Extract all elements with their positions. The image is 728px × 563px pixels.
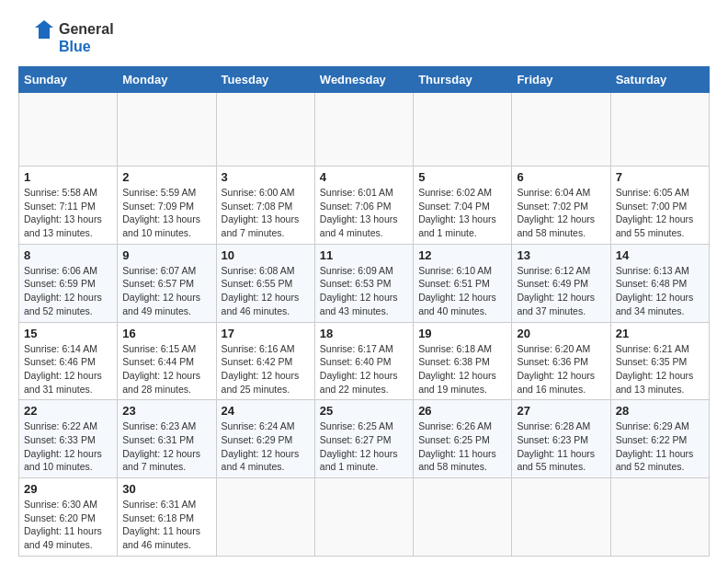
day-number: 25 bbox=[320, 404, 408, 418]
day-info: Sunrise: 6:23 AM Sunset: 6:31 PM Dayligh… bbox=[122, 419, 210, 474]
day-number: 18 bbox=[320, 327, 408, 340]
day-number: 10 bbox=[222, 248, 310, 262]
day-info: Sunrise: 6:00 AM Sunset: 7:08 PM Dayligh… bbox=[222, 186, 310, 240]
day-info: Sunrise: 6:01 AM Sunset: 7:06 PM Dayligh… bbox=[320, 186, 408, 240]
col-header-sunday: Sunday bbox=[19, 67, 118, 93]
calendar-week-0 bbox=[19, 93, 710, 167]
day-number: 15 bbox=[24, 327, 112, 340]
calendar-week-5: 29Sunrise: 6:30 AM Sunset: 6:20 PM Dayli… bbox=[19, 478, 710, 557]
calendar-cell: 24Sunrise: 6:24 AM Sunset: 6:29 PM Dayli… bbox=[216, 400, 314, 478]
calendar-cell: 10Sunrise: 6:08 AM Sunset: 6:55 PM Dayli… bbox=[216, 244, 314, 322]
calendar-cell: 15Sunrise: 6:14 AM Sunset: 6:46 PM Dayli… bbox=[19, 322, 118, 400]
day-number: 14 bbox=[616, 248, 704, 262]
calendar-cell bbox=[19, 93, 118, 167]
day-info: Sunrise: 6:25 AM Sunset: 6:27 PM Dayligh… bbox=[320, 419, 408, 474]
day-number: 12 bbox=[418, 248, 506, 262]
calendar-cell: 6Sunrise: 6:04 AM Sunset: 7:02 PM Daylig… bbox=[512, 167, 610, 245]
day-number: 8 bbox=[24, 248, 112, 262]
day-number: 9 bbox=[122, 248, 210, 262]
calendar-cell: 18Sunrise: 6:17 AM Sunset: 6:40 PM Dayli… bbox=[314, 322, 413, 400]
calendar-cell: 22Sunrise: 6:22 AM Sunset: 6:33 PM Dayli… bbox=[19, 400, 118, 478]
calendar-cell: 23Sunrise: 6:23 AM Sunset: 6:31 PM Dayli… bbox=[118, 400, 216, 478]
col-header-friday: Friday bbox=[512, 67, 610, 93]
calendar-cell: 29Sunrise: 6:30 AM Sunset: 6:20 PM Dayli… bbox=[19, 478, 118, 557]
calendar-cell bbox=[414, 93, 512, 167]
day-number: 5 bbox=[418, 170, 506, 184]
calendar-cell: 12Sunrise: 6:10 AM Sunset: 6:51 PM Dayli… bbox=[414, 244, 512, 322]
day-info: Sunrise: 6:24 AM Sunset: 6:29 PM Dayligh… bbox=[222, 419, 310, 474]
day-info: Sunrise: 6:28 AM Sunset: 6:23 PM Dayligh… bbox=[517, 419, 605, 474]
day-info: Sunrise: 6:14 AM Sunset: 6:46 PM Dayligh… bbox=[24, 342, 112, 396]
calendar-cell: 4Sunrise: 6:01 AM Sunset: 7:06 PM Daylig… bbox=[314, 167, 413, 245]
day-info: Sunrise: 6:18 AM Sunset: 6:38 PM Dayligh… bbox=[418, 342, 506, 396]
calendar-cell bbox=[314, 478, 413, 557]
calendar-cell: 26Sunrise: 6:26 AM Sunset: 6:25 PM Dayli… bbox=[414, 400, 512, 478]
calendar-cell: 28Sunrise: 6:29 AM Sunset: 6:22 PM Dayli… bbox=[610, 400, 709, 478]
day-number: 30 bbox=[122, 482, 210, 496]
calendar-cell: 17Sunrise: 6:16 AM Sunset: 6:42 PM Dayli… bbox=[216, 322, 314, 400]
day-info: Sunrise: 6:12 AM Sunset: 6:49 PM Dayligh… bbox=[517, 264, 605, 318]
day-number: 2 bbox=[122, 170, 210, 184]
calendar-cell: 13Sunrise: 6:12 AM Sunset: 6:49 PM Dayli… bbox=[512, 244, 610, 322]
calendar-cell: 7Sunrise: 6:05 AM Sunset: 7:00 PM Daylig… bbox=[610, 167, 709, 245]
calendar-cell: 27Sunrise: 6:28 AM Sunset: 6:23 PM Dayli… bbox=[512, 400, 610, 478]
day-info: Sunrise: 6:21 AM Sunset: 6:35 PM Dayligh… bbox=[616, 342, 704, 396]
page-header: General Blue bbox=[18, 18, 710, 57]
day-number: 1 bbox=[24, 170, 112, 184]
calendar-cell: 30Sunrise: 6:31 AM Sunset: 6:18 PM Dayli… bbox=[118, 478, 216, 557]
col-header-wednesday: Wednesday bbox=[314, 67, 413, 93]
calendar-cell bbox=[216, 478, 314, 557]
day-number: 28 bbox=[616, 404, 704, 418]
day-number: 11 bbox=[320, 248, 408, 262]
day-info: Sunrise: 6:09 AM Sunset: 6:53 PM Dayligh… bbox=[320, 264, 408, 318]
day-number: 7 bbox=[616, 170, 704, 184]
day-number: 26 bbox=[418, 404, 506, 418]
calendar-cell bbox=[118, 93, 216, 167]
calendar-cell: 3Sunrise: 6:00 AM Sunset: 7:08 PM Daylig… bbox=[216, 167, 314, 245]
day-number: 19 bbox=[418, 327, 506, 340]
day-number: 27 bbox=[517, 404, 605, 418]
day-info: Sunrise: 5:59 AM Sunset: 7:09 PM Dayligh… bbox=[122, 186, 210, 240]
day-info: Sunrise: 6:05 AM Sunset: 7:00 PM Dayligh… bbox=[616, 186, 704, 240]
calendar-header-row: SundayMondayTuesdayWednesdayThursdayFrid… bbox=[19, 67, 710, 93]
day-info: Sunrise: 6:16 AM Sunset: 6:42 PM Dayligh… bbox=[222, 342, 310, 396]
day-info: Sunrise: 6:04 AM Sunset: 7:02 PM Dayligh… bbox=[517, 186, 605, 240]
calendar-cell: 16Sunrise: 6:15 AM Sunset: 6:44 PM Dayli… bbox=[118, 322, 216, 400]
day-info: Sunrise: 6:22 AM Sunset: 6:33 PM Dayligh… bbox=[24, 419, 112, 474]
day-number: 22 bbox=[24, 404, 112, 418]
logo-general: General bbox=[59, 20, 114, 38]
col-header-tuesday: Tuesday bbox=[216, 67, 314, 93]
calendar-cell bbox=[216, 93, 314, 167]
calendar-week-3: 15Sunrise: 6:14 AM Sunset: 6:46 PM Dayli… bbox=[19, 322, 710, 400]
day-info: Sunrise: 6:15 AM Sunset: 6:44 PM Dayligh… bbox=[122, 342, 210, 396]
day-info: Sunrise: 6:30 AM Sunset: 6:20 PM Dayligh… bbox=[24, 498, 112, 552]
calendar-cell bbox=[314, 93, 413, 167]
calendar-cell: 1Sunrise: 5:58 AM Sunset: 7:11 PM Daylig… bbox=[19, 167, 118, 245]
day-number: 3 bbox=[222, 170, 310, 184]
day-info: Sunrise: 6:08 AM Sunset: 6:55 PM Dayligh… bbox=[222, 264, 310, 318]
day-info: Sunrise: 6:29 AM Sunset: 6:22 PM Dayligh… bbox=[616, 419, 704, 474]
calendar-cell: 21Sunrise: 6:21 AM Sunset: 6:35 PM Dayli… bbox=[610, 322, 709, 400]
day-number: 29 bbox=[24, 482, 112, 496]
day-info: Sunrise: 6:02 AM Sunset: 7:04 PM Dayligh… bbox=[418, 186, 506, 240]
calendar-cell: 14Sunrise: 6:13 AM Sunset: 6:48 PM Dayli… bbox=[610, 244, 709, 322]
day-info: Sunrise: 6:31 AM Sunset: 6:18 PM Dayligh… bbox=[122, 498, 210, 552]
day-info: Sunrise: 6:10 AM Sunset: 6:51 PM Dayligh… bbox=[418, 264, 506, 318]
calendar-cell: 8Sunrise: 6:06 AM Sunset: 6:59 PM Daylig… bbox=[19, 244, 118, 322]
calendar-week-4: 22Sunrise: 6:22 AM Sunset: 6:33 PM Dayli… bbox=[19, 400, 710, 478]
logo-blue: Blue bbox=[59, 38, 114, 55]
logo: General Blue bbox=[18, 18, 114, 57]
day-info: Sunrise: 6:13 AM Sunset: 6:48 PM Dayligh… bbox=[616, 264, 704, 318]
calendar-cell: 2Sunrise: 5:59 AM Sunset: 7:09 PM Daylig… bbox=[118, 167, 216, 245]
col-header-saturday: Saturday bbox=[610, 67, 709, 93]
calendar-cell: 9Sunrise: 6:07 AM Sunset: 6:57 PM Daylig… bbox=[118, 244, 216, 322]
calendar-cell bbox=[512, 93, 610, 167]
day-info: Sunrise: 6:26 AM Sunset: 6:25 PM Dayligh… bbox=[418, 419, 506, 474]
day-number: 23 bbox=[122, 404, 210, 418]
calendar-cell: 25Sunrise: 6:25 AM Sunset: 6:27 PM Dayli… bbox=[314, 400, 413, 478]
day-number: 17 bbox=[222, 327, 310, 340]
day-info: Sunrise: 5:58 AM Sunset: 7:11 PM Dayligh… bbox=[24, 186, 112, 240]
day-number: 6 bbox=[517, 170, 605, 184]
day-number: 13 bbox=[517, 248, 605, 262]
calendar-cell bbox=[610, 93, 709, 167]
